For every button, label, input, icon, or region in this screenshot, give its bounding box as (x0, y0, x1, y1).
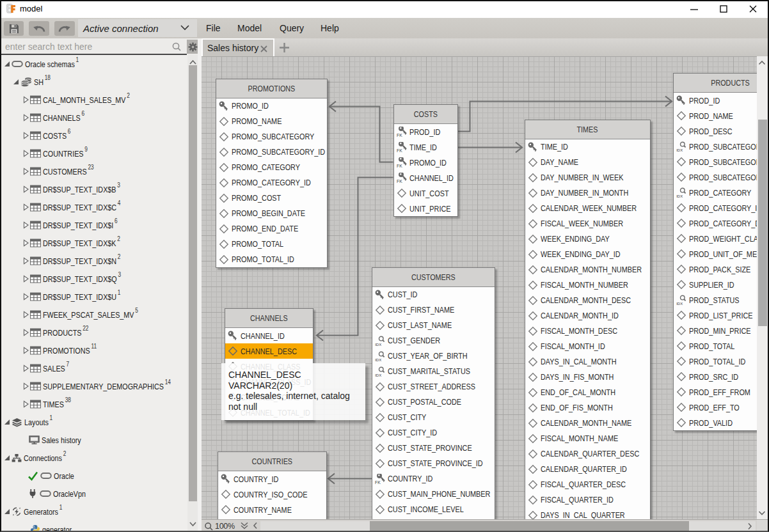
svg-text:FK: FK (375, 480, 381, 484)
svg-text:FK: FK (397, 133, 402, 137)
svg-text:IDX: IDX (375, 358, 381, 361)
svg-text:IDX: IDX (375, 373, 381, 377)
svg-text:IDX: IDX (375, 343, 381, 346)
svg-text:FK: FK (397, 179, 402, 183)
svg-text:IDX: IDX (676, 302, 683, 305)
svg-text:IDX: IDX (676, 148, 683, 152)
svg-text:IDX: IDX (676, 194, 683, 198)
svg-text:FK: FK (397, 148, 402, 152)
svg-text:FK: FK (397, 164, 402, 168)
